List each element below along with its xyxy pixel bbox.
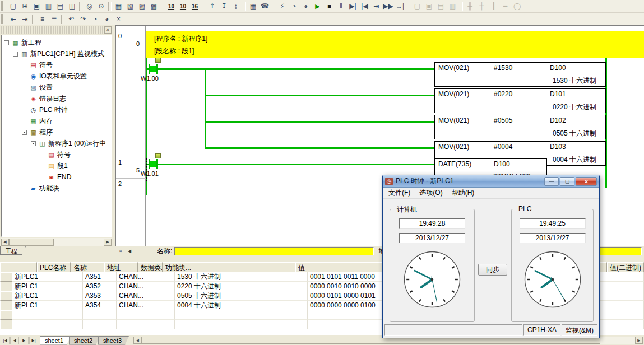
tree-horizontal-scrollbar[interactable]: ◀ ▶ xyxy=(1,238,112,246)
tree-expand-toggle[interactable]: - xyxy=(22,130,27,135)
find-replace-button[interactable]: ⊙ xyxy=(95,1,107,12)
step-run-button[interactable]: ⇥ xyxy=(370,1,382,12)
dialog-title-bar[interactable]: ◷ PLC 时钟 - 新PLC1 — ▢ × xyxy=(383,175,599,188)
menu-item-options[interactable]: 选项(O) xyxy=(415,187,447,199)
go-to-next-output-button[interactable]: ↨ xyxy=(230,1,242,12)
scroll-left-icon[interactable]: ◀ xyxy=(1,239,9,246)
next-sheet-icon[interactable]: ▶ xyxy=(20,337,29,344)
watch-window-button[interactable]: ▦ xyxy=(113,1,124,12)
scroll-right-icon[interactable]: ▶ xyxy=(104,239,112,246)
sidebar-item-plc-clock[interactable]: ◷ PLC 时钟 xyxy=(2,104,111,115)
print-preview-button[interactable]: ◫ xyxy=(66,1,78,12)
force-reset-button[interactable]: ◕ xyxy=(300,1,312,12)
sidebar-item-io-table[interactable]: ◉ IO表和单元设置 xyxy=(2,71,111,82)
tab-project[interactable]: 工程 xyxy=(0,246,26,255)
tree-expand-toggle[interactable] xyxy=(22,186,27,191)
work-online-button[interactable]: ☎ xyxy=(259,1,271,12)
column-header[interactable]: PLC名称 xyxy=(37,262,71,272)
sidebar-item-function-blocks[interactable]: ▰ 功能块 xyxy=(2,183,111,194)
collapse-icon[interactable]: ◀ xyxy=(126,248,133,255)
menu-item-help[interactable]: 帮助(H) xyxy=(447,187,479,199)
monitor-hex-button[interactable]: 16 xyxy=(189,1,201,12)
tree-expand-toggle[interactable]: - xyxy=(4,40,9,45)
sidebar-item-settings[interactable]: ▨ 设置 xyxy=(2,82,111,93)
grid-toggle-button[interactable]: ▦ xyxy=(247,1,259,12)
find-button[interactable]: ◎ xyxy=(84,1,95,12)
last-sheet-icon[interactable]: ▶| xyxy=(29,337,38,344)
fast-forward-button[interactable]: ▶▶ xyxy=(382,1,394,12)
force-set-button[interactable]: ◔ xyxy=(288,1,300,12)
tree-expand-toggle[interactable]: - xyxy=(31,141,36,146)
contact-symbol[interactable] xyxy=(156,159,158,169)
tree-expand-toggle[interactable] xyxy=(40,175,45,180)
row-selector[interactable] xyxy=(0,291,12,301)
tree-expand-toggle[interactable] xyxy=(40,164,45,169)
contact-symbol[interactable] xyxy=(149,159,150,169)
row-selector[interactable] xyxy=(0,310,12,320)
sync-button[interactable]: 同步 xyxy=(478,264,507,276)
rung-comment-button[interactable]: ≡ xyxy=(36,13,48,24)
sidebar-item-new-project[interactable]: - ▦ 新工程 xyxy=(2,37,111,48)
contact-symbol[interactable] xyxy=(156,64,158,74)
tab-sheet1[interactable]: sheet1 xyxy=(40,336,71,345)
monitor-mode-button[interactable]: ▶| xyxy=(347,1,359,12)
column-header[interactable]: 值(二进制) xyxy=(607,262,644,272)
pause-button[interactable]: |◀ xyxy=(359,1,370,12)
contact-symbol[interactable] xyxy=(149,64,150,74)
column-header[interactable]: 功能块... xyxy=(163,262,295,272)
close-icon[interactable]: × xyxy=(117,248,124,255)
cross-reference-button[interactable]: ▧ xyxy=(124,1,136,12)
sidebar-item-program-symbols[interactable]: ▤ 符号 xyxy=(2,149,111,160)
tree-expand-toggle[interactable]: - xyxy=(13,52,18,57)
sidebar-item-plc[interactable]: - ▥ 新PLC1[CP1H] 监视模式 xyxy=(2,48,111,59)
go-to-previous-address-button[interactable]: ↧ xyxy=(218,1,230,12)
scroll-thumb[interactable] xyxy=(9,239,54,246)
section-list-button[interactable]: ▥ xyxy=(43,1,54,12)
mnemonic-view-button[interactable]: ⊞ xyxy=(19,1,31,12)
debug-mode-button[interactable]: ‖ xyxy=(335,1,347,12)
tree-expand-toggle[interactable] xyxy=(22,85,27,90)
zoom-out-button[interactable]: ◕ xyxy=(101,13,113,24)
row-selector[interactable] xyxy=(0,282,12,291)
sidebar-item-error-log[interactable]: ◈ 错误日志 xyxy=(2,93,111,104)
indent-left-button[interactable]: ⇤ xyxy=(7,13,19,24)
sidebar-item-symbols[interactable]: ▤ 符号 xyxy=(2,59,111,71)
close-button[interactable]: × xyxy=(576,177,597,186)
tree-expand-toggle[interactable] xyxy=(22,96,27,101)
new-file-button[interactable]: ▢ xyxy=(7,1,19,12)
maximize-button[interactable]: ▢ xyxy=(560,177,574,186)
minimize-button[interactable]: — xyxy=(544,177,559,186)
rung-list-button[interactable]: ≣ xyxy=(48,13,60,24)
tree-expand-toggle[interactable] xyxy=(22,108,27,113)
column-header[interactable]: 名称 xyxy=(71,262,104,272)
row-selector[interactable] xyxy=(0,320,12,329)
first-sheet-icon[interactable]: |◀ xyxy=(1,337,10,344)
print-button[interactable]: ▤ xyxy=(54,1,66,12)
sidebar-item-programs[interactable]: - ▩ 程序 xyxy=(2,127,111,138)
instruction-block[interactable]: MOV(021) #0220 D101 0220 十六进制 xyxy=(434,88,606,113)
ladder-view-button[interactable]: ▣ xyxy=(31,1,43,12)
tree-expand-toggle[interactable] xyxy=(22,63,27,68)
zoom-in-button[interactable]: ◔ xyxy=(89,13,101,24)
tree-expand-toggle[interactable] xyxy=(40,152,45,157)
monitor-signed-decimal-button[interactable]: 10 xyxy=(177,1,189,12)
monitor-decimal-button[interactable]: 10 xyxy=(165,1,177,12)
close-icon[interactable]: × xyxy=(104,26,112,34)
sidebar-item-program1[interactable]: - ◫ 新程序1 (00)运行中 xyxy=(2,138,111,149)
instruction-block[interactable]: MOV(021) #1530 D100 1530 十六进制 xyxy=(434,62,606,87)
menu-item-file[interactable]: 文件(F) xyxy=(384,187,415,199)
column-header[interactable] xyxy=(0,262,37,272)
name-input[interactable] xyxy=(174,247,374,255)
scroll-right-icon[interactable]: ▶ xyxy=(635,337,643,344)
row-selector[interactable] xyxy=(0,301,12,310)
column-header[interactable]: 数据类... xyxy=(138,262,163,272)
tab-sheet3[interactable]: sheet3 xyxy=(98,336,129,345)
scroll-left-icon[interactable]: ◀ xyxy=(133,337,141,344)
sidebar-item-section1[interactable]: ▤ 段1 xyxy=(2,160,111,171)
instruction-block[interactable]: MOV(021) #0505 D102 0505 十六进制 xyxy=(434,115,606,139)
previous-sheet-icon[interactable]: ◀ xyxy=(10,337,19,344)
sidebar-item-end[interactable]: ◙ END xyxy=(2,171,111,183)
panel-drag-handle[interactable]: × xyxy=(1,26,112,34)
step-end-button[interactable]: →| xyxy=(394,1,406,12)
differential-monitor-button[interactable]: ⚡ xyxy=(276,1,288,12)
